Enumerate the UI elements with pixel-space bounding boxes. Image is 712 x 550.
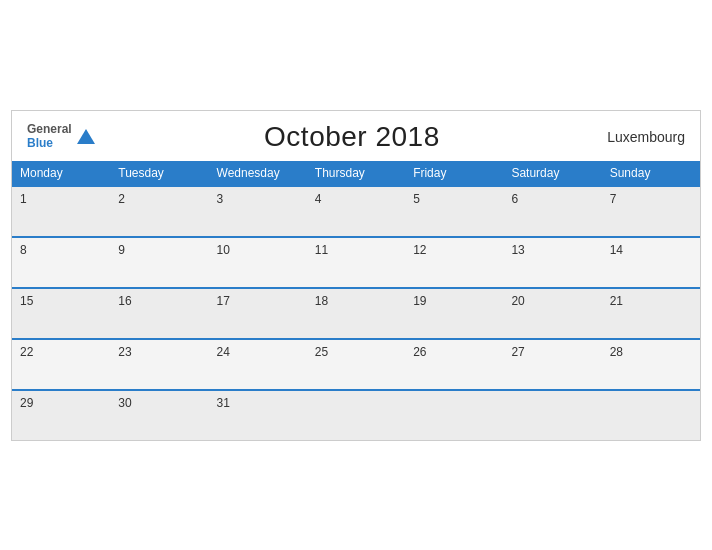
week-row-4: 22 23 24 25 26 27 28 bbox=[12, 339, 700, 390]
day-21: 21 bbox=[602, 288, 700, 339]
day-17: 17 bbox=[209, 288, 307, 339]
day-26: 26 bbox=[405, 339, 503, 390]
day-4: 4 bbox=[307, 186, 405, 237]
day-20: 20 bbox=[503, 288, 601, 339]
day-19: 19 bbox=[405, 288, 503, 339]
calendar-table: Monday Tuesday Wednesday Thursday Friday… bbox=[12, 161, 700, 440]
day-empty-2 bbox=[405, 390, 503, 440]
week-row-1: 1 2 3 4 5 6 7 bbox=[12, 186, 700, 237]
day-27: 27 bbox=[503, 339, 601, 390]
svg-marker-0 bbox=[77, 129, 95, 144]
day-1: 1 bbox=[12, 186, 110, 237]
day-22: 22 bbox=[12, 339, 110, 390]
country-label: Luxembourg bbox=[607, 129, 685, 145]
day-16: 16 bbox=[110, 288, 208, 339]
day-9: 9 bbox=[110, 237, 208, 288]
col-friday: Friday bbox=[405, 161, 503, 186]
col-thursday: Thursday bbox=[307, 161, 405, 186]
week-row-3: 15 16 17 18 19 20 21 bbox=[12, 288, 700, 339]
calendar-thead: Monday Tuesday Wednesday Thursday Friday… bbox=[12, 161, 700, 186]
col-wednesday: Wednesday bbox=[209, 161, 307, 186]
col-tuesday: Tuesday bbox=[110, 161, 208, 186]
day-6: 6 bbox=[503, 186, 601, 237]
day-12: 12 bbox=[405, 237, 503, 288]
col-monday: Monday bbox=[12, 161, 110, 186]
col-saturday: Saturday bbox=[503, 161, 601, 186]
day-18: 18 bbox=[307, 288, 405, 339]
day-2: 2 bbox=[110, 186, 208, 237]
day-8: 8 bbox=[12, 237, 110, 288]
day-25: 25 bbox=[307, 339, 405, 390]
day-28: 28 bbox=[602, 339, 700, 390]
calendar-header: General Blue October 2018 Luxembourg bbox=[12, 111, 700, 161]
day-10: 10 bbox=[209, 237, 307, 288]
day-14: 14 bbox=[602, 237, 700, 288]
logo-text: General Blue bbox=[27, 123, 72, 149]
day-29: 29 bbox=[12, 390, 110, 440]
day-13: 13 bbox=[503, 237, 601, 288]
day-empty-3 bbox=[503, 390, 601, 440]
day-24: 24 bbox=[209, 339, 307, 390]
day-3: 3 bbox=[209, 186, 307, 237]
calendar: General Blue October 2018 Luxembourg Mon… bbox=[11, 110, 701, 441]
day-30: 30 bbox=[110, 390, 208, 440]
col-sunday: Sunday bbox=[602, 161, 700, 186]
logo-blue-text: Blue bbox=[27, 137, 72, 150]
day-5: 5 bbox=[405, 186, 503, 237]
day-empty-1 bbox=[307, 390, 405, 440]
month-title: October 2018 bbox=[264, 121, 440, 153]
weekday-header-row: Monday Tuesday Wednesday Thursday Friday… bbox=[12, 161, 700, 186]
day-7: 7 bbox=[602, 186, 700, 237]
day-11: 11 bbox=[307, 237, 405, 288]
day-empty-4 bbox=[602, 390, 700, 440]
calendar-tbody: 1 2 3 4 5 6 7 8 9 10 11 12 13 14 15 16 1… bbox=[12, 186, 700, 440]
logo: General Blue bbox=[27, 123, 97, 149]
day-31: 31 bbox=[209, 390, 307, 440]
logo-general-text: General bbox=[27, 123, 72, 136]
logo-icon bbox=[75, 126, 97, 148]
day-23: 23 bbox=[110, 339, 208, 390]
day-15: 15 bbox=[12, 288, 110, 339]
week-row-5: 29 30 31 bbox=[12, 390, 700, 440]
week-row-2: 8 9 10 11 12 13 14 bbox=[12, 237, 700, 288]
